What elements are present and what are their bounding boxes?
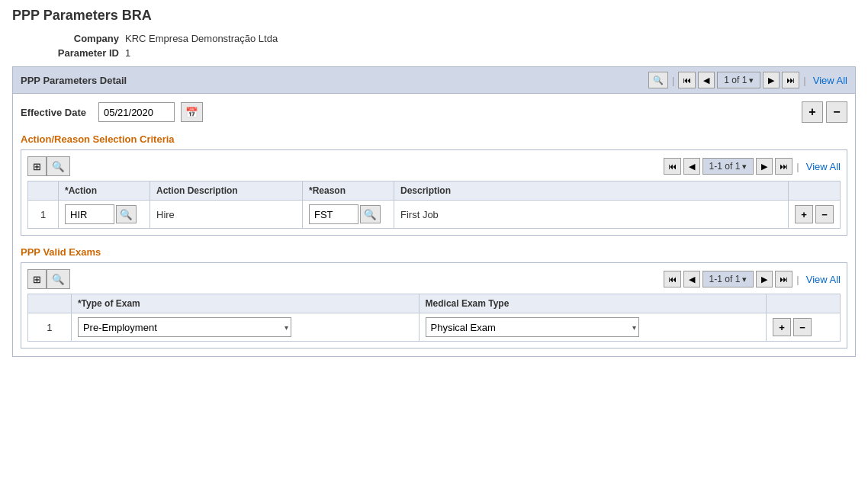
valid-exams-grid-icon[interactable]: ⊞	[27, 269, 47, 289]
ar-reason-search-0[interactable]: 🔍	[360, 205, 381, 223]
detail-section-header: PPP Parameters Detail 🔍 | ⏮ ◀ 1 of 1 ▾ ▶…	[12, 66, 856, 94]
ve-view-all[interactable]: View All	[806, 274, 841, 285]
ve-col-btns-header	[767, 294, 841, 313]
ar-page-indicator: 1-1 of 1 ▾	[702, 158, 754, 175]
ve-page-dropdown[interactable]: ▾	[742, 275, 747, 284]
ve-remove-btn-0[interactable]: −	[793, 318, 812, 336]
ar-first-btn[interactable]: ⏮	[664, 158, 681, 175]
ar-page-text: 1-1 of 1	[709, 161, 741, 172]
ve-medical-select-0[interactable]: Physical ExamAudiometryVision TestBlood …	[426, 317, 639, 337]
ar-desc-cell-0: First Job	[394, 201, 789, 229]
detail-page-text: 1 of 1	[724, 75, 747, 85]
effective-date-label: Effective Date	[21, 107, 86, 118]
action-reason-nav: ⏮ ◀ 1-1 of 1 ▾ ▶ ⏭ | View All	[664, 158, 841, 175]
valid-exams-grid: ⊞ 🔍 ⏮ ◀ 1-1 of 1 ▾ ▶ ⏭ | View All *Type …	[21, 262, 847, 348]
ve-col-medical-header: Medical Exam Type	[419, 294, 767, 313]
action-reason-grid: ⊞ 🔍 ⏮ ◀ 1-1 of 1 ▾ ▶ ⏭ | View All *Actio…	[21, 149, 847, 236]
action-reason-search-btn[interactable]: 🔍	[47, 156, 70, 176]
ar-view-all[interactable]: View All	[806, 161, 841, 172]
ve-next-btn[interactable]: ▶	[756, 271, 773, 287]
ar-action-input-0[interactable]	[65, 204, 114, 224]
detail-remove-btn[interactable]: −	[826, 101, 847, 123]
ar-action-desc-cell-0: Hire	[150, 201, 303, 229]
param-id-label: Parameter ID	[43, 47, 119, 59]
detail-section-body: Effective Date 📅 + − Action/Reason Selec…	[12, 94, 856, 357]
ar-action-cell-0: 🔍	[59, 201, 150, 229]
detail-first-btn[interactable]: ⏮	[678, 72, 696, 88]
action-reason-grid-icon[interactable]: ⊞	[27, 156, 47, 176]
col-action-desc-header: Action Description	[150, 181, 303, 201]
ar-prev-btn[interactable]: ◀	[683, 158, 700, 175]
page-title: PPP Parameters BRA	[12, 8, 856, 24]
ar-reason-cell-0: 🔍	[303, 201, 394, 229]
valid-exams-table: *Type of Exam Medical Exam Type 1 Pre-Em…	[27, 294, 841, 342]
ar-reason-input-0[interactable]	[309, 204, 358, 224]
detail-view-all[interactable]: View All	[813, 75, 847, 86]
action-reason-toolbar: ⊞ 🔍 ⏮ ◀ 1-1 of 1 ▾ ▶ ⏭ | View All	[27, 156, 841, 176]
col-reason-header: *Reason	[303, 181, 394, 201]
valid-exams-nav: ⏮ ◀ 1-1 of 1 ▾ ▶ ⏭ | View All	[664, 271, 841, 287]
ve-last-btn[interactable]: ⏭	[775, 271, 792, 287]
ve-col-type-header: *Type of Exam	[71, 294, 419, 313]
detail-add-btn[interactable]: +	[802, 101, 823, 123]
ar-next-btn[interactable]: ▶	[756, 158, 773, 175]
valid-exams-toolbar: ⊞ 🔍 ⏮ ◀ 1-1 of 1 ▾ ▶ ⏭ | View All	[27, 269, 841, 289]
ar-action-search-0[interactable]: 🔍	[116, 205, 137, 223]
ve-prev-btn[interactable]: ◀	[683, 271, 700, 287]
effective-date-row: Effective Date 📅 + −	[21, 101, 847, 123]
table-row: 1 Pre-EmploymentPeriodicReturn to WorkCh…	[28, 313, 841, 342]
effective-date-input[interactable]	[98, 102, 175, 122]
ar-page-dropdown[interactable]: ▾	[742, 162, 747, 172]
ar-remove-btn-0[interactable]: −	[815, 205, 834, 223]
ve-type-select-0[interactable]: Pre-EmploymentPeriodicReturn to WorkChan…	[78, 317, 291, 337]
detail-page-dropdown[interactable]: ▾	[749, 75, 754, 85]
ve-medical-cell-0: Physical ExamAudiometryVision TestBlood …	[419, 313, 767, 342]
company-code: KRC	[125, 33, 146, 44]
param-id-value: 1	[125, 47, 130, 59]
ve-seq-0: 1	[28, 313, 72, 342]
col-action-header: *Action	[59, 181, 150, 201]
company-name: Empresa Demonstração Ltda	[149, 33, 278, 44]
detail-add-remove: + −	[802, 101, 847, 123]
table-row: 1 🔍 Hire 🔍 First Job + −	[28, 201, 841, 229]
detail-last-btn[interactable]: ⏭	[782, 72, 799, 88]
valid-exams-title: PPP Valid Exams	[21, 246, 847, 258]
ve-add-btn-0[interactable]: +	[773, 318, 791, 336]
calendar-btn[interactable]: 📅	[181, 102, 203, 122]
action-reason-table: *Action Action Description *Reason Descr…	[27, 181, 841, 229]
company-label: Company	[43, 33, 119, 44]
detail-next-btn[interactable]: ▶	[763, 72, 780, 88]
detail-nav-controls: 🔍 | ⏮ ◀ 1 of 1 ▾ ▶ ⏭ | View All	[648, 72, 847, 88]
ve-col-seq-header	[28, 294, 72, 313]
ve-first-btn[interactable]: ⏮	[664, 271, 681, 287]
ar-last-btn[interactable]: ⏭	[775, 158, 792, 175]
ve-btns-cell-0: + −	[767, 313, 841, 342]
detail-section-title: PPP Parameters Detail	[21, 75, 127, 86]
detail-search-btn[interactable]: 🔍	[648, 72, 668, 88]
ve-page-text: 1-1 of 1	[709, 274, 741, 284]
col-desc-header: Description	[394, 181, 789, 201]
detail-page-indicator: 1 of 1 ▾	[717, 72, 760, 88]
valid-exams-search-btn[interactable]: 🔍	[47, 269, 70, 289]
col-seq-header	[28, 181, 59, 201]
ve-page-indicator: 1-1 of 1 ▾	[702, 271, 754, 287]
ve-type-cell-0: Pre-EmploymentPeriodicReturn to WorkChan…	[71, 313, 419, 342]
ar-btns-cell-0: + −	[789, 201, 841, 229]
ar-add-btn-0[interactable]: +	[795, 205, 813, 223]
col-btns-header	[789, 181, 841, 201]
action-reason-title: Action/Reason Selection Criteria	[21, 133, 847, 145]
ar-seq-0: 1	[28, 201, 59, 229]
detail-prev-btn[interactable]: ◀	[698, 72, 715, 88]
